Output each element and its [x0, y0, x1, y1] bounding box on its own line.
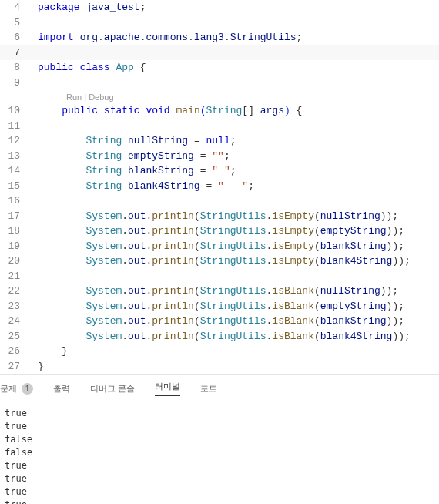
tab-output[interactable]: 출력 — [53, 383, 70, 395]
line-number: 11 — [0, 120, 31, 132]
code-line[interactable]: 25 System.out.println(StringUtils.isBlan… — [0, 329, 439, 344]
codelens-debug[interactable]: Debug — [89, 92, 113, 102]
line-number: 21 — [0, 270, 31, 282]
line-number: 14 — [0, 165, 31, 176]
line-number: 17 — [0, 210, 31, 222]
code-line[interactable]: 5 — [0, 15, 439, 31]
code-line[interactable]: 19 System.out.println(StringUtils.isEmpt… — [0, 239, 439, 254]
code-line[interactable]: 14 String blankString = " "; — [0, 163, 439, 179]
line-number: 25 — [0, 331, 31, 342]
code-line[interactable]: 20 System.out.println(StringUtils.isEmpt… — [0, 254, 439, 269]
terminal-line: true — [5, 486, 434, 499]
code-line[interactable]: 22 System.out.println(StringUtils.isBlan… — [0, 284, 439, 299]
code-line[interactable]: 27 } — [0, 359, 439, 375]
code-line[interactable]: 15 String blank4String = " "; — [0, 179, 439, 194]
terminal-line: false — [5, 433, 434, 446]
terminal-line: true — [5, 459, 434, 472]
terminal-line: true — [5, 407, 434, 420]
code-line[interactable]: 7 — [0, 45, 439, 61]
code-line[interactable]: 26 } — [0, 344, 439, 359]
terminal-line: true — [5, 420, 434, 433]
code-line[interactable]: 11 — [0, 119, 439, 134]
line-number: 27 — [0, 361, 31, 372]
code-line[interactable]: 13 String emptyString = ""; — [0, 149, 439, 164]
code-line[interactable]: 21 — [0, 269, 439, 284]
line-number: 26 — [0, 345, 31, 357]
line-number: 7 — [0, 47, 31, 59]
code-line[interactable]: 4 package java_test; — [0, 0, 439, 15]
code-line[interactable]: 16 — [0, 193, 439, 209]
line-number: 18 — [0, 225, 31, 237]
terminal-line: false — [5, 446, 434, 459]
code-line[interactable]: 9 — [0, 76, 439, 91]
line-number: 20 — [0, 255, 31, 267]
code-line[interactable]: 24 System.out.println(StringUtils.isBlan… — [0, 314, 439, 329]
terminal-line: true — [5, 472, 434, 486]
codelens: Run | Debug — [0, 90, 439, 103]
line-number: 5 — [0, 17, 31, 29]
panel-tabs: 문제 1 출력 디버그 콘솔 터미널 포트 — [0, 374, 439, 401]
code-line[interactable]: 23 System.out.println(StringUtils.isBlan… — [0, 299, 439, 314]
problems-badge: 1 — [22, 383, 33, 395]
code-line[interactable]: 8 public class App { — [0, 60, 439, 76]
tab-debug-console[interactable]: 디버그 콘솔 — [90, 383, 135, 395]
tab-ports[interactable]: 포트 — [200, 383, 217, 395]
line-number: 10 — [0, 105, 31, 116]
line-number: 19 — [0, 240, 31, 252]
line-number: 4 — [0, 2, 31, 13]
code-line[interactable]: 10 public static void main(String[] args… — [0, 103, 439, 119]
code-line[interactable]: 17 System.out.println(StringUtils.isEmpt… — [0, 209, 439, 224]
code-editor[interactable]: 4 package java_test; 5 6 import org.apac… — [0, 0, 439, 374]
code-line[interactable]: 6 import org.apache.commons.lang3.String… — [0, 30, 439, 45]
line-number: 23 — [0, 301, 31, 312]
tab-terminal[interactable]: 터미널 — [155, 381, 180, 396]
line-number: 13 — [0, 150, 31, 162]
line-number: 24 — [0, 315, 31, 327]
terminal-line: true — [5, 499, 434, 504]
tab-problems[interactable]: 문제 1 — [0, 383, 33, 395]
line-number: 22 — [0, 285, 31, 297]
line-number: 6 — [0, 32, 31, 43]
line-number: 12 — [0, 135, 31, 146]
code-line[interactable]: 18 System.out.println(StringUtils.isEmpt… — [0, 223, 439, 239]
line-number: 15 — [0, 180, 31, 192]
codelens-run[interactable]: Run — [66, 92, 82, 102]
code-line[interactable]: 12 String nullString = null; — [0, 133, 439, 149]
line-number: 9 — [0, 77, 31, 89]
line-number: 16 — [0, 195, 31, 207]
terminal-output[interactable]: true true false false true true true tru… — [0, 401, 439, 504]
line-number: 8 — [0, 62, 31, 73]
